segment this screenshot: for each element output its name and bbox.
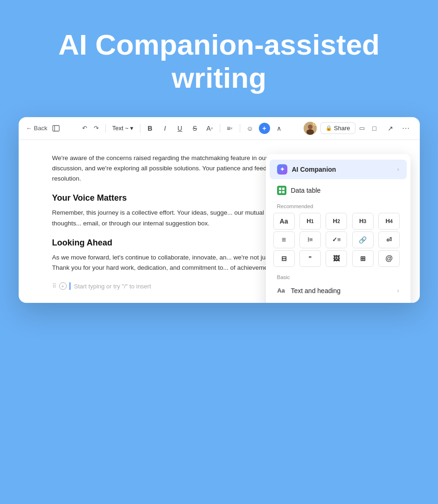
back-label: Back: [34, 125, 48, 132]
data-table-item[interactable]: Data table: [266, 181, 410, 200]
external-link-button[interactable]: ↗: [384, 122, 396, 134]
align-button[interactable]: ≡▾: [224, 122, 236, 134]
toolbar: ← Back ↶ ↷ Text ~ ▾ B I: [19, 117, 420, 140]
page-hero-title: AI Companion-assisted writing: [28, 28, 410, 95]
text-style-label: Text ~: [112, 125, 129, 132]
collapse-button[interactable]: ∧: [273, 122, 285, 134]
text-style-chevron: ▾: [130, 125, 133, 132]
svg-rect-0: [53, 126, 59, 131]
grid-icon-h3[interactable]: H3: [352, 213, 374, 230]
text-heading-item[interactable]: Aa Text and heading ›: [266, 282, 410, 300]
insert-dropdown-panel: ✦ AI Companion › Data table Re: [266, 154, 410, 303]
video-icon: ▭: [359, 125, 365, 132]
placeholder-text: Start typing or try "/" to insert: [74, 283, 151, 290]
redo-button[interactable]: ↷: [91, 123, 102, 133]
avatar: [304, 122, 317, 135]
toolbar-right: 🔒 Share ▭ □ ↗ ···: [304, 122, 412, 135]
icon-grid: Aa H1 H2 H3 H4 ≡ ⁝≡ ✓≡ 🔗 ⏎ ⊟ " 🖼 ⊞ @: [266, 211, 410, 269]
insert-plus-button[interactable]: +: [59, 282, 67, 290]
text-heading-chevron: ›: [397, 287, 399, 294]
font-color-button[interactable]: A▾: [204, 122, 216, 134]
ai-companion-icon: ✦: [277, 164, 287, 175]
svg-rect-7: [279, 191, 281, 193]
svg-rect-5: [279, 188, 281, 190]
ai-action-button[interactable]: +: [259, 123, 270, 134]
separator-4: [240, 124, 240, 133]
font-color-label: A: [206, 125, 210, 132]
grid-icon-link[interactable]: 🔗: [352, 231, 374, 248]
text-heading-label: Text and heading: [291, 287, 341, 294]
external-link-icon: ↗: [388, 125, 393, 132]
svg-rect-8: [282, 191, 285, 193]
grid-icon-callout[interactable]: ⊟: [273, 250, 295, 267]
share-button[interactable]: 🔒 Share: [320, 122, 355, 134]
bulleted-list-item[interactable]: ≡ Bulleted list: [266, 300, 410, 303]
share-label: Share: [334, 125, 350, 132]
emoji-button[interactable]: ☺: [244, 122, 256, 134]
grid-icon-numbered[interactable]: ⁝≡: [299, 231, 321, 248]
separator-3: [220, 124, 220, 133]
grid-icon-h1[interactable]: H1: [299, 213, 321, 230]
font-color-chevron: ▾: [211, 126, 213, 131]
strikethrough-button[interactable]: S: [189, 122, 201, 134]
data-table-icon: [277, 186, 286, 195]
basic-section-label: Basic: [266, 271, 410, 282]
svg-point-3: [308, 125, 313, 129]
grid-icon-subpage[interactable]: ⏎: [378, 231, 400, 248]
content-area: We're aware of the concerns raised regar…: [19, 140, 420, 303]
video-button[interactable]: ▭: [359, 125, 365, 132]
grid-icon-todo[interactable]: ✓≡: [326, 231, 347, 248]
grid-icon-bulleted[interactable]: ≡: [273, 231, 295, 248]
grid-icon-mention[interactable]: @: [378, 250, 400, 267]
undo-redo-group: ↶ ↷: [79, 123, 102, 133]
chat-button[interactable]: □: [368, 122, 381, 134]
separator-2: [140, 124, 140, 133]
text-heading-icon: Aa: [277, 287, 285, 295]
svg-point-4: [306, 129, 314, 135]
back-button[interactable]: ← Back: [26, 125, 48, 132]
recommended-section-label: Recommended: [266, 200, 410, 211]
chat-icon: □: [372, 125, 376, 132]
grid-icon-quote[interactable]: ": [299, 250, 321, 267]
back-arrow-icon: ←: [26, 125, 32, 132]
toolbar-center: ↶ ↷ Text ~ ▾ B I U S A▾ ≡▾ ☺ + ∧: [64, 122, 299, 134]
ai-companion-left: ✦ AI Companion: [277, 164, 336, 175]
underline-button[interactable]: U: [174, 122, 186, 134]
grid-icon-table[interactable]: ⊞: [352, 250, 374, 267]
grid-icon-h4[interactable]: H4: [378, 213, 400, 230]
data-table-label: Data table: [291, 187, 321, 194]
grid-icon-image[interactable]: 🖼: [326, 250, 347, 267]
grid-icon-aa[interactable]: Aa: [273, 213, 295, 230]
lock-icon: 🔒: [326, 125, 332, 131]
cursor-indicator: [70, 282, 70, 290]
svg-rect-6: [282, 188, 285, 190]
app-window: ← Back ↶ ↷ Text ~ ▾ B I: [19, 117, 420, 303]
separator-1: [105, 124, 106, 133]
text-style-dropdown[interactable]: Text ~ ▾: [110, 124, 136, 133]
ai-companion-item[interactable]: ✦ AI Companion ›: [270, 160, 407, 179]
more-options-button[interactable]: ···: [400, 122, 412, 134]
undo-button[interactable]: ↶: [79, 123, 90, 133]
avatar-status-dot: [313, 122, 317, 126]
bold-button[interactable]: B: [144, 122, 156, 134]
ai-companion-label: AI Companion: [292, 166, 336, 173]
drag-icon[interactable]: ⠿: [52, 283, 56, 289]
align-icon: ≡: [227, 125, 230, 132]
layout-icon[interactable]: [52, 124, 60, 133]
ai-companion-chevron: ›: [397, 166, 399, 173]
align-chevron: ▾: [230, 126, 233, 131]
italic-button[interactable]: I: [159, 122, 171, 134]
toolbar-left: ← Back: [26, 124, 61, 133]
grid-icon-h2[interactable]: H2: [326, 213, 347, 230]
